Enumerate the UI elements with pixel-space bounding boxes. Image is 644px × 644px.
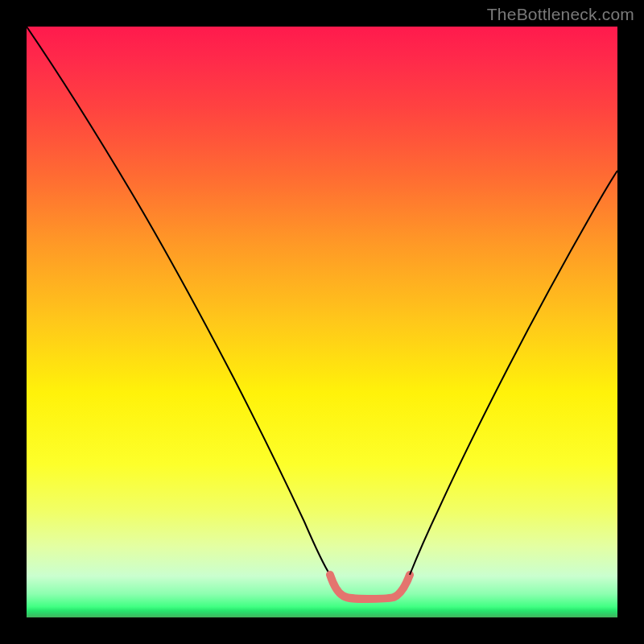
curve-right-arm: [410, 171, 617, 575]
curve-flat-bottom: [330, 575, 410, 599]
watermark-text: TheBottleneck.com: [487, 5, 634, 24]
chart-frame: TheBottleneck.com: [0, 0, 644, 644]
plot-area: [27, 27, 617, 617]
curve-left-arm: [27, 27, 330, 575]
curve-layer: [27, 27, 617, 617]
